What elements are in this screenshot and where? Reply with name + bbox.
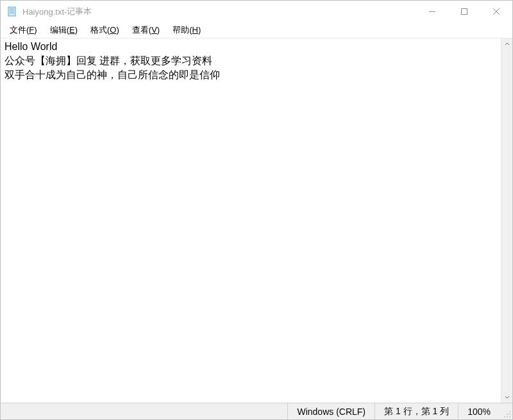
window-title-appname: 记事本 — [67, 6, 92, 17]
status-zoom: 100% — [458, 403, 500, 419]
resize-grip[interactable] — [500, 403, 512, 419]
svg-rect-0 — [8, 7, 15, 16]
close-button[interactable] — [480, 1, 512, 22]
svg-point-13 — [504, 416, 505, 417]
titlebar[interactable]: Haiyong.txt - 记事本 — [1, 1, 512, 22]
menu-format[interactable]: 格式(O) — [84, 23, 126, 37]
status-encoding: Windows (CRLF) — [287, 403, 374, 419]
text-editor[interactable]: Hello World 公众号【海拥】回复 进群，获取更多学习资料 双手合十成为… — [1, 38, 501, 403]
svg-point-12 — [507, 416, 508, 417]
maximize-icon — [460, 8, 468, 15]
text-line: 公众号【海拥】回复 进群，获取更多学习资料 — [4, 55, 212, 66]
scroll-up-button[interactable] — [501, 38, 512, 50]
chevron-down-icon — [505, 394, 510, 399]
minimize-button[interactable] — [416, 1, 448, 22]
notepad-window: Haiyong.txt - 记事本 文件(F) 编辑(E) 格式(O) 查看(V… — [0, 0, 513, 420]
svg-point-10 — [507, 414, 508, 415]
menu-help[interactable]: 帮助(H) — [166, 23, 207, 37]
close-icon — [492, 8, 500, 15]
menu-view[interactable]: 查看(V) — [126, 23, 166, 37]
svg-point-9 — [509, 414, 510, 415]
statusbar: Windows (CRLF) 第 1 行，第 1 列 100% — [1, 403, 512, 419]
menubar: 文件(F) 编辑(E) 格式(O) 查看(V) 帮助(H) — [1, 22, 512, 38]
menu-file[interactable]: 文件(F) — [3, 23, 44, 37]
vertical-scrollbar[interactable] — [501, 38, 512, 403]
chevron-up-icon — [505, 42, 510, 47]
text-line: 双手合十成为自己的神，自己所信念的即是信仰 — [4, 69, 220, 80]
window-controls — [416, 1, 512, 22]
svg-rect-5 — [462, 9, 467, 15]
window-title-filename: Haiyong.txt — [22, 7, 64, 17]
svg-point-8 — [509, 411, 510, 412]
content-area: Hello World 公众号【海拥】回复 进群，获取更多学习资料 双手合十成为… — [1, 38, 512, 403]
minimize-icon — [428, 8, 436, 15]
scroll-down-button[interactable] — [501, 391, 512, 403]
status-position: 第 1 行，第 1 列 — [374, 403, 458, 419]
status-spacer — [1, 403, 287, 419]
svg-point-11 — [509, 416, 510, 417]
menu-edit[interactable]: 编辑(E) — [44, 23, 84, 37]
app-icon — [7, 6, 17, 17]
maximize-button[interactable] — [448, 1, 480, 22]
grip-icon — [503, 410, 511, 418]
text-line: Hello World — [4, 41, 57, 52]
